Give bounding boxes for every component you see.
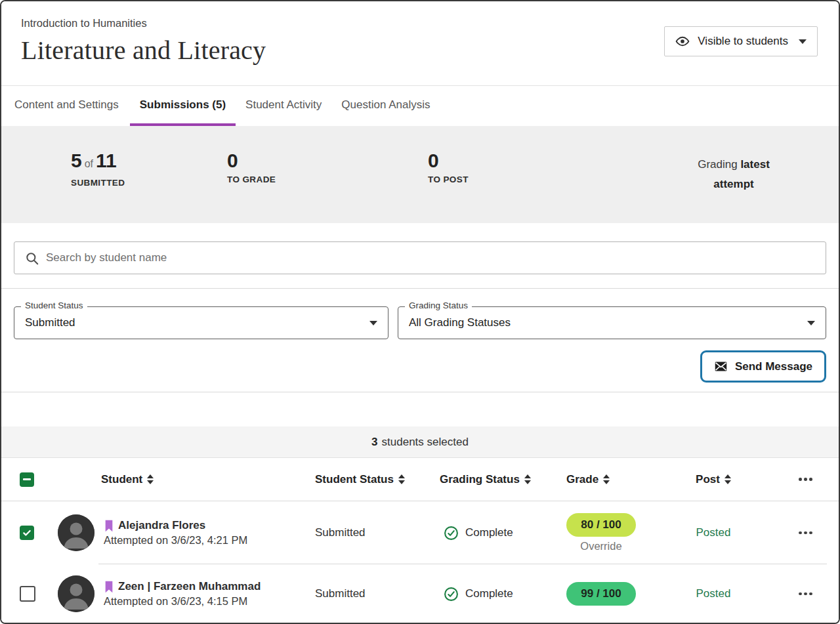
search-input[interactable]	[14, 242, 826, 274]
post-status-link[interactable]: Posted	[696, 587, 731, 600]
student-status-cell: Submitted	[303, 587, 428, 600]
grade-pill[interactable]: 80 / 100	[566, 513, 636, 537]
tab-submissions[interactable]: Submissions (5)	[130, 86, 236, 126]
chevron-down-icon	[799, 39, 807, 44]
post-status-link[interactable]: Posted	[696, 526, 731, 539]
app-window: Introduction to Humanities Literature an…	[0, 0, 840, 624]
selected-count: 3	[371, 436, 377, 449]
envelope-icon	[714, 360, 728, 373]
column-label-student: Student	[101, 473, 142, 486]
grade-override-note: Override	[566, 540, 636, 552]
grading-status-text: Complete	[465, 587, 513, 600]
grading-status-text: Complete	[465, 526, 513, 539]
visibility-label: Visible to students	[698, 35, 788, 48]
column-header-student[interactable]: Student	[46, 473, 303, 486]
chevron-down-icon	[369, 321, 377, 325]
row-checkbox-checked[interactable]	[20, 526, 34, 540]
submitted-of-label: of	[82, 158, 96, 169]
to-post-label: TO POST	[428, 175, 469, 184]
column-label-grade: Grade	[566, 473, 598, 486]
sort-icon	[524, 474, 531, 484]
tab-student-activity[interactable]: Student Activity	[236, 86, 331, 126]
chevron-down-icon	[807, 321, 815, 325]
selected-suffix: students selected	[382, 436, 469, 449]
stat-to-grade: 0 TO GRADE	[227, 150, 276, 184]
table-row: Alejandra Flores Attempted on 3/6/23, 4:…	[1, 501, 839, 564]
tab-content-and-settings[interactable]: Content and Settings	[14, 86, 130, 126]
avatar	[58, 575, 94, 612]
to-grade-count: 0	[227, 150, 276, 172]
table-row: Zeen | Farzeen Muhammad Attempted on 3/6…	[1, 564, 839, 623]
grading-status-label: Grading Status	[405, 301, 472, 310]
row-options-menu-icon[interactable]	[795, 589, 816, 600]
complete-check-icon	[444, 587, 459, 602]
grading-status-select[interactable]: Grading Status All Grading Statuses	[398, 306, 826, 339]
search-box	[14, 241, 826, 274]
grading-mode-prefix: Grading	[698, 158, 737, 171]
column-label-post: Post	[696, 473, 720, 486]
tab-bar: Content and Settings Submissions (5) Stu…	[1, 86, 839, 126]
sort-icon	[724, 474, 731, 484]
grade-pill[interactable]: 99 / 100	[566, 582, 636, 606]
column-header-grade[interactable]: Grade	[556, 473, 654, 486]
student-status-label: Student Status	[21, 301, 87, 310]
student-name-link[interactable]: Zeen | Farzeen Muhammad	[104, 580, 261, 593]
stat-to-post: 0 TO POST	[428, 150, 469, 184]
bookmark-icon	[104, 520, 114, 532]
send-message-label: Send Message	[735, 360, 812, 373]
table-header-row: Student Student Status Grading Status Gr…	[1, 458, 839, 501]
avatar	[58, 514, 94, 551]
submitted-total: 11	[96, 150, 117, 171]
to-post-count: 0	[428, 150, 469, 172]
sort-icon	[603, 474, 610, 484]
select-all-checkbox[interactable]	[20, 472, 34, 487]
sort-icon	[147, 474, 154, 484]
grading-status-cell: Complete	[428, 526, 556, 541]
to-grade-label: TO GRADE	[227, 175, 276, 184]
stats-bar: 5of11 SUBMITTED 0 TO GRADE 0 TO POST Gra…	[1, 126, 839, 223]
student-name: Alejandra Flores	[118, 519, 205, 532]
tab-question-analysis[interactable]: Question Analysis	[331, 86, 440, 126]
indeterminate-minus-icon	[23, 478, 31, 480]
eye-icon	[675, 34, 690, 49]
complete-check-icon	[444, 526, 459, 541]
student-name: Zeen | Farzeen Muhammad	[118, 580, 261, 593]
bookmark-icon	[104, 581, 114, 593]
visibility-dropdown-button[interactable]: Visible to students	[664, 26, 818, 56]
column-label-grading-status: Grading Status	[440, 473, 520, 486]
column-header-student-status[interactable]: Student Status	[303, 473, 428, 486]
column-header-grading-status[interactable]: Grading Status	[428, 473, 556, 486]
student-name-link[interactable]: Alejandra Flores	[104, 519, 247, 532]
spacer	[1, 392, 839, 426]
attempt-timestamp: Attempted on 3/6/23, 4:15 PM	[104, 595, 261, 608]
column-header-post[interactable]: Post	[654, 473, 772, 486]
send-message-focus-ring: Send Message	[700, 350, 826, 383]
row-options-menu-icon[interactable]	[795, 528, 816, 539]
column-label-student-status: Student Status	[315, 473, 394, 486]
submitted-label: SUBMITTED	[71, 178, 125, 188]
grading-status-value: All Grading Statuses	[409, 316, 511, 329]
selection-summary-bar: 3 students selected	[1, 426, 839, 458]
student-status-select[interactable]: Student Status Submitted	[14, 306, 388, 339]
row-checkbox-unchecked[interactable]	[20, 586, 35, 602]
table-options-menu-icon[interactable]	[795, 474, 816, 485]
student-status-cell: Submitted	[303, 526, 428, 539]
page-header: Introduction to Humanities Literature an…	[1, 1, 839, 86]
search-section	[1, 223, 839, 288]
grading-status-cell: Complete	[428, 587, 556, 602]
stat-submitted: 5of11 SUBMITTED	[71, 150, 125, 188]
check-icon	[22, 528, 32, 538]
filters-section: Student Status Submitted Grading Status …	[1, 289, 839, 392]
sort-icon	[398, 474, 405, 484]
send-message-button[interactable]: Send Message	[704, 354, 823, 379]
attempt-timestamp: Attempted on 3/6/23, 4:21 PM	[104, 534, 247, 547]
grading-mode: Grading latest attempt	[681, 155, 786, 194]
submitted-count: 5	[71, 150, 82, 171]
student-status-value: Submitted	[25, 316, 75, 329]
